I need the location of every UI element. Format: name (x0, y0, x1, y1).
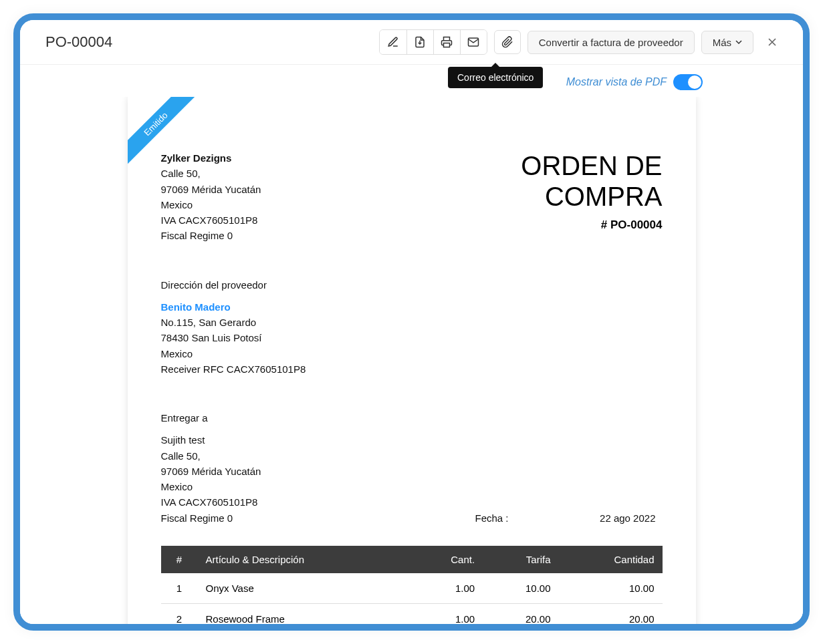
col-rate: Tarifa (483, 546, 558, 573)
caret-down-icon (735, 39, 742, 45)
close-icon (766, 35, 779, 49)
email-button[interactable] (460, 30, 487, 54)
deliver-name: Sujith test (161, 432, 475, 448)
deliver-line: Mexico (161, 479, 475, 494)
cell-rate: 20.00 (483, 603, 558, 624)
document-type-line1: ORDEN DE (261, 150, 662, 181)
convert-label: Convertir a factura de proveedor (539, 37, 683, 48)
sender-line: IVA CACX7605101P8 (161, 212, 261, 228)
deliver-line: IVA CACX7605101P8 (161, 494, 475, 510)
sender-line: 97069 Mérida Yucatán (161, 182, 261, 197)
toolbar: PO-00004 (20, 20, 803, 65)
mail-icon (467, 36, 479, 48)
col-quantity: Cant. (409, 546, 483, 573)
col-amount: Cantidad (559, 546, 663, 573)
cell-qty: 1.00 (409, 573, 483, 604)
edit-button[interactable] (380, 30, 406, 54)
col-number: # (161, 546, 198, 573)
vendor-line: Mexico (161, 346, 663, 361)
cell-num: 1 (161, 573, 198, 604)
cell-num: 2 (161, 603, 198, 624)
date-value: 22 ago 2022 (600, 510, 655, 526)
more-label: Más (713, 37, 731, 48)
sender-line: Mexico (161, 197, 261, 212)
more-dropdown-button[interactable]: Más (701, 31, 753, 54)
vendor-line: 78430 San Luis Potosí (161, 330, 663, 345)
close-button[interactable] (760, 30, 784, 54)
deliver-line: Fiscal Regime 0 (161, 510, 475, 526)
convert-to-bill-button[interactable]: Convertir a factura de proveedor (527, 31, 695, 54)
vendor-line: No.115, San Gerardo (161, 315, 663, 330)
deliver-to-label: Entregar a (161, 410, 475, 426)
cell-rate: 10.00 (483, 573, 558, 604)
status-ribbon-label: Emitido (128, 97, 199, 168)
document-type-line2: COMPRA (261, 181, 662, 212)
sender-line: Fiscal Regime 0 (161, 228, 261, 243)
printer-icon (441, 36, 453, 48)
pdf-view-toggle[interactable] (673, 74, 703, 90)
print-button[interactable] (433, 30, 460, 54)
vendor-line: Receiver RFC CACX7605101P8 (161, 361, 663, 377)
deliver-line: Calle 50, (161, 448, 475, 464)
vendor-address-section: Dirección del proveedor Benito Madero No… (161, 277, 663, 377)
cell-amount: 10.00 (559, 573, 663, 604)
deliver-line: 97069 Mérida Yucatán (161, 464, 475, 479)
email-tooltip: Correo electrónico (448, 67, 543, 88)
deliver-to-section: Entregar a Sujith test Calle 50, 97069 M… (161, 410, 475, 526)
view-options-bar: Mostrar vista de PDF (20, 65, 803, 97)
table-header-row: # Artículo & Descripción Cant. Tarifa Ca… (161, 546, 663, 573)
app-frame: PO-00004 (13, 13, 810, 631)
cell-amount: 20.00 (559, 603, 663, 624)
cell-qty: 1.00 (409, 603, 483, 624)
pdf-button[interactable] (406, 30, 433, 54)
paperclip-icon (501, 36, 513, 48)
cell-desc: Rosewood Frame (198, 603, 409, 624)
line-items-table: # Artículo & Descripción Cant. Tarifa Ca… (161, 546, 663, 624)
vendor-name-link[interactable]: Benito Madero (161, 301, 231, 313)
icon-button-group (379, 29, 487, 55)
vendor-address-label: Dirección del proveedor (161, 277, 663, 293)
document-viewport: Emitido Zylker Dezigns Calle 50, 97069 M… (20, 97, 803, 624)
document-page: Emitido Zylker Dezigns Calle 50, 97069 M… (128, 97, 696, 624)
pdf-file-icon (414, 36, 426, 48)
status-ribbon: Emitido (128, 97, 201, 170)
pencil-icon (387, 36, 399, 48)
pdf-view-label: Mostrar vista de PDF (566, 76, 667, 88)
table-row: 2 Rosewood Frame 1.00 20.00 20.00 (161, 603, 663, 624)
document-number: # PO-00004 (261, 218, 662, 232)
date-row: Fecha : 22 ago 2022 (475, 510, 663, 526)
page-title: PO-00004 (45, 33, 379, 51)
svg-rect-0 (444, 43, 450, 47)
document-title-block: ORDEN DE COMPRA # PO-00004 (261, 150, 662, 232)
table-row: 1 Onyx Vase 1.00 10.00 10.00 (161, 573, 663, 604)
attachment-button[interactable] (494, 30, 521, 54)
date-label: Fecha : (475, 510, 509, 526)
col-description: Artículo & Descripción (198, 546, 409, 573)
cell-desc: Onyx Vase (198, 573, 409, 604)
